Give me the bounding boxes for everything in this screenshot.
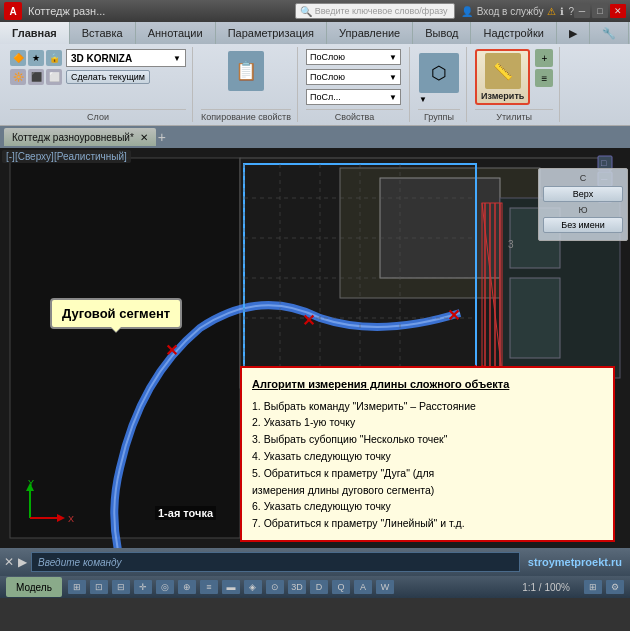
info-item-6: 6. Указать следующую точку <box>252 498 603 515</box>
linetype-dropdown-arrow: ▼ <box>389 73 397 82</box>
qp-icon[interactable]: Q <box>332 580 350 594</box>
ws-icon[interactable]: W <box>376 580 394 594</box>
x-axis-label: X <box>68 514 74 524</box>
tab-manage[interactable]: Управление <box>327 22 413 44</box>
sel-cycling-icon[interactable]: ⊙ <box>266 580 284 594</box>
ribbon: Главная Вставка Аннотации Параметризация… <box>0 22 630 126</box>
color-dropdown-arrow: ▼ <box>389 53 397 62</box>
polar-icon[interactable]: ✛ <box>134 580 152 594</box>
settings-icon[interactable]: ⚙ <box>606 580 624 594</box>
grid-icon[interactable]: ⊞ <box>68 580 86 594</box>
lineweight-dropdown[interactable]: ПоСл... ▼ <box>306 89 401 105</box>
copy-props-btn[interactable]: 📋 <box>225 49 267 95</box>
info-item-4: 5. Обратиться к праметру "Дуга" (для <box>252 465 603 482</box>
search-icon: 🔍 <box>300 6 312 17</box>
login-label[interactable]: Вход в службу <box>477 6 544 17</box>
ribbon-group-copy: 📋 Копирование свойств <box>195 47 298 122</box>
tab-annotations[interactable]: Аннотации <box>136 22 216 44</box>
canvas-area: [-][Сверху][Реалистичный] ✕ ✕ ✕ ✕ <box>0 148 630 548</box>
anno-icon[interactable]: A <box>354 580 372 594</box>
dyn-icon[interactable]: D <box>310 580 328 594</box>
compass-north: С <box>580 173 587 183</box>
maximize-button[interactable]: □ <box>592 4 608 18</box>
window-title: Коттедж разн... <box>28 5 289 17</box>
util-icon1[interactable]: + <box>535 49 553 67</box>
viewport-label[interactable]: [-][Сверху][Реалистичный] <box>2 150 131 163</box>
expand-icon[interactable]: ⊞ <box>584 580 602 594</box>
group-icon[interactable]: ⬡ <box>419 53 459 93</box>
layer-icon4[interactable]: 🔆 <box>10 69 26 85</box>
title-bar: A Коттедж разн... 🔍 Введите ключевое сло… <box>0 0 630 22</box>
ribbon-group-properties: ПоСлою ▼ ПоСлою ▼ ПоСл... ▼ <box>300 47 410 122</box>
bottom-icons: ⊞ ⊡ ⊟ ✛ ◎ ⊕ ≡ ▬ ◈ ⊙ 3D D Q A W <box>68 580 394 594</box>
num-3: 3 <box>508 239 514 250</box>
tab-insert[interactable]: Вставка <box>70 22 136 44</box>
snap-icon[interactable]: ⊡ <box>90 580 108 594</box>
new-tab-button[interactable]: + <box>158 129 166 145</box>
tab-more[interactable]: ▶ <box>557 22 590 44</box>
transparency-icon[interactable]: ◈ <box>244 580 262 594</box>
group-dropdown-arrow[interactable]: ▼ <box>419 95 427 104</box>
util-icon2[interactable]: ≡ <box>535 69 553 87</box>
3d-icon[interactable]: 3D <box>288 580 306 594</box>
info-item-5: измерения длины дугового сегмента) <box>252 482 603 499</box>
copy-props-icon: 📋 <box>228 51 264 91</box>
app-icon: A <box>4 2 22 20</box>
unnamed-btn[interactable]: Без имени <box>543 217 623 233</box>
svg-rect-0 <box>10 158 240 538</box>
property-row3: ПоСл... ▼ <box>306 89 401 105</box>
layer-icon5[interactable]: ⬛ <box>28 69 44 85</box>
tab-output[interactable]: Вывод <box>413 22 471 44</box>
linetype-dropdown[interactable]: ПоСлою ▼ <box>306 69 401 85</box>
tab-home[interactable]: Главная <box>0 22 70 44</box>
scale-indicator: 1:1 / 100% <box>522 582 574 593</box>
callout-arc-segment: Дуговой сегмент <box>50 298 182 329</box>
first-point-label: 1-ая точка <box>155 506 216 520</box>
status-bar: ✕ ▶ Введите команду stroymetproekt.ru <box>0 548 630 576</box>
ortho-icon[interactable]: ⊟ <box>112 580 130 594</box>
info-icon: ℹ <box>560 6 564 17</box>
osnap-icon[interactable]: ◎ <box>156 580 174 594</box>
info-item-0: 1. Выбрать команду "Измерить" – Расстоян… <box>252 398 603 415</box>
tab-parametrize[interactable]: Параметризация <box>216 22 327 44</box>
status-arrow-btn[interactable]: ▶ <box>18 555 27 569</box>
layer-icon3[interactable]: 🔒 <box>46 50 62 66</box>
layer-icon2[interactable]: ★ <box>28 50 44 66</box>
dropdown-arrow-icon: ▼ <box>173 54 181 63</box>
layer-icon1[interactable]: 🔶 <box>10 50 26 66</box>
measure-btn[interactable]: 📏 Измерить <box>475 49 530 105</box>
minimize-button[interactable]: ─ <box>574 4 590 18</box>
ribbon-group-layers: 🔶 ★ 🔒 3D KORNIZA ▼ 🔆 ⬛ ⬜ <box>4 47 193 122</box>
right-panel: С Верх Ю Без имени <box>538 168 628 241</box>
command-input[interactable]: Введите команду <box>31 552 520 572</box>
make-current-btn[interactable]: Сделать текущим <box>66 70 150 84</box>
close-button[interactable]: ✕ <box>610 4 626 18</box>
website-label: stroymetproekt.ru <box>524 556 626 568</box>
group-label-layers: Слои <box>10 109 186 122</box>
ribbon-tabs: Главная Вставка Аннотации Параметризация… <box>0 22 630 44</box>
group-label-copy: Копирование свойств <box>201 109 291 122</box>
otrack-icon[interactable]: ⊕ <box>178 580 196 594</box>
doc-tab-main[interactable]: Коттедж разноуровневый* ✕ <box>4 128 156 146</box>
ribbon-content: 🔶 ★ 🔒 3D KORNIZA ▼ 🔆 ⬛ ⬜ <box>0 44 630 125</box>
lineweight-dropdown-arrow: ▼ <box>389 93 397 102</box>
status-close-btn[interactable]: ✕ <box>4 555 14 569</box>
bottom-right-icons: ⊞ ⚙ <box>584 580 624 594</box>
window-controls: ─ □ ✕ <box>574 4 626 18</box>
info-item-3: 4. Указать следующую точку <box>252 448 603 465</box>
ducs-icon[interactable]: ≡ <box>200 580 218 594</box>
view-top-btn[interactable]: Верх <box>543 186 623 202</box>
tab-addons[interactable]: Надстройки <box>471 22 556 44</box>
svg-rect-6 <box>510 278 560 358</box>
svg-text:□: □ <box>601 158 607 168</box>
layer-dropdown[interactable]: 3D KORNIZA ▼ <box>66 49 186 67</box>
search-box[interactable]: 🔍 Введите ключевое слово/фразу <box>295 3 455 19</box>
layer-icon6[interactable]: ⬜ <box>46 69 62 85</box>
model-tab[interactable]: Модель <box>6 577 62 597</box>
doc-tab-close[interactable]: ✕ <box>140 132 148 143</box>
tab-settings[interactable]: 🔧 <box>590 22 629 44</box>
x-mark-3: ✕ <box>447 307 460 324</box>
lineweight-icon[interactable]: ▬ <box>222 580 240 594</box>
color-dropdown[interactable]: ПоСлою ▼ <box>306 49 401 65</box>
warning-icon: ⚠ <box>547 6 556 17</box>
